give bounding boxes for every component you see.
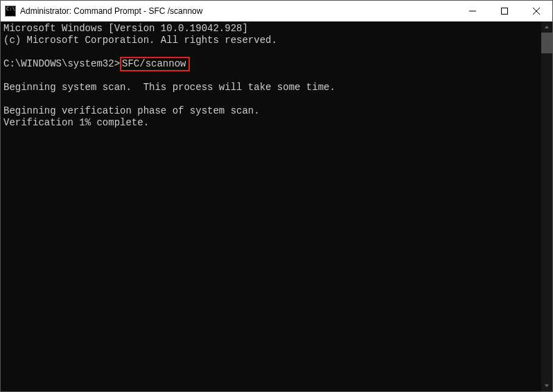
terminal-area: Microsoft Windows [Version 10.0.19042.92… (1, 21, 552, 391)
svg-marker-5 (545, 384, 549, 387)
command-prompt-window: C:\. Administrator: Command Prompt - SFC… (0, 0, 553, 392)
close-button[interactable] (520, 1, 552, 21)
version-line: Microsoft Windows [Version 10.0.19042.92… (3, 23, 248, 34)
svg-marker-4 (545, 26, 549, 28)
window-controls (457, 1, 552, 21)
vertical-scrollbar[interactable] (541, 21, 552, 391)
maximize-button[interactable] (489, 1, 520, 21)
command-highlighted: SFC/scannow (120, 57, 190, 71)
cmd-icon: C:\. (5, 6, 16, 17)
svg-rect-1 (502, 8, 508, 15)
titlebar[interactable]: C:\. Administrator: Command Prompt - SFC… (1, 1, 552, 21)
scroll-thumb[interactable] (541, 33, 552, 53)
scan-begin-line: Beginning system scan. This process will… (3, 82, 335, 93)
verification-phase-line: Beginning verification phase of system s… (3, 105, 260, 116)
verification-progress-line: Verification 1% complete. (3, 117, 149, 128)
scroll-down-arrow-icon[interactable] (541, 380, 552, 391)
scroll-up-arrow-icon[interactable] (541, 21, 552, 33)
terminal-output[interactable]: Microsoft Windows [Version 10.0.19042.92… (1, 21, 541, 391)
copyright-line: (c) Microsoft Corporation. All rights re… (3, 35, 277, 46)
window-title: Administrator: Command Prompt - SFC /sca… (20, 6, 457, 16)
prompt-prefix: C:\WINDOWS\system32> (3, 58, 120, 69)
minimize-button[interactable] (457, 1, 489, 21)
